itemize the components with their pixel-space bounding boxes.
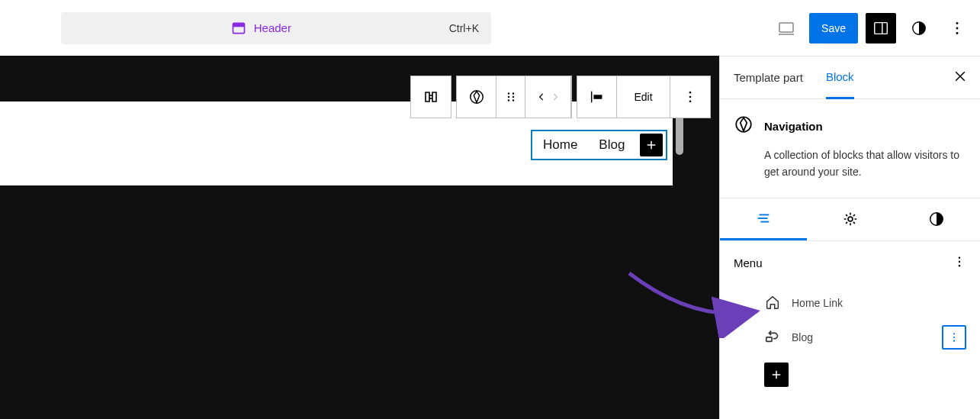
svg-point-18 [512,99,513,101]
chevron-right-icon[interactable] [550,92,561,102]
document-switcher[interactable]: Header Ctrl+K [61,12,491,44]
svg-point-40 [953,340,955,342]
styles-button[interactable] [904,13,934,44]
svg-rect-37 [766,337,772,342]
sidebar-tabs: Template part Block [720,56,980,99]
svg-rect-1 [233,23,244,27]
settings-sidebar: Template part Block Navigation A collect… [719,56,980,419]
subtab-list-view[interactable] [720,198,807,240]
block-info-panel: Navigation A collection of blocks that a… [720,99,980,198]
parent-block-button[interactable] [411,76,451,118]
svg-point-8 [956,27,959,29]
svg-point-23 [689,101,692,103]
tab-block[interactable]: Block [826,56,854,99]
svg-point-15 [507,96,509,98]
svg-rect-20 [593,95,602,99]
nav-link-blog[interactable]: Blog [588,137,635,153]
svg-point-38 [953,334,955,335]
chevron-left-icon[interactable] [536,92,547,102]
more-options-button[interactable] [942,13,972,44]
block-subtabs [720,198,980,241]
add-nav-item-button[interactable] [640,134,663,156]
svg-point-14 [512,92,513,94]
svg-point-36 [959,265,960,266]
menu-item-blog[interactable]: Blog [734,321,966,355]
navigation-block[interactable]: Home Blog [531,130,667,160]
home-icon [764,294,781,313]
menu-item-label: Home Link [792,297,843,309]
move-buttons[interactable] [525,76,571,118]
subtab-settings[interactable] [807,198,894,240]
svg-point-34 [959,256,960,258]
svg-point-32 [848,217,853,221]
menu-item-label: Blog [792,331,813,343]
menu-item-options-button[interactable] [942,325,966,350]
document-title: Header [254,21,291,34]
svg-point-21 [689,92,692,94]
close-sidebar-button[interactable] [953,69,968,87]
save-button[interactable]: Save [809,13,858,44]
header-block-icon [231,21,246,36]
svg-point-13 [507,92,509,94]
menu-item-home-link[interactable]: Home Link [734,286,966,321]
svg-point-35 [959,261,960,263]
block-type-button[interactable] [457,76,496,118]
block-title: Navigation [764,120,823,133]
nav-link-home[interactable]: Home [532,137,588,153]
block-toolbar: Edit [410,76,711,118]
top-bar: Header Ctrl+K Save [0,0,980,56]
align-button[interactable] [577,76,617,118]
svg-point-22 [689,96,692,98]
navigation-icon [734,114,753,137]
loop-icon [764,328,781,347]
tab-template-part[interactable]: Template part [734,57,803,98]
edit-button[interactable]: Edit [617,76,670,118]
editor-canvas[interactable]: Edit Home Blog [0,56,719,419]
svg-point-9 [956,31,959,34]
block-more-button[interactable] [670,76,710,118]
svg-rect-2 [779,23,793,32]
drag-handle[interactable] [496,76,525,118]
svg-point-17 [507,99,509,101]
svg-point-39 [953,337,955,338]
settings-panel-toggle[interactable] [866,13,896,44]
svg-rect-4 [875,22,888,34]
block-description: A collection of blocks that allow visito… [764,147,966,181]
menu-options-button[interactable] [953,255,966,271]
svg-point-16 [512,96,513,98]
svg-point-7 [956,22,959,24]
menu-section: Menu Home Link Blog [720,241,980,401]
menu-section-label: Menu [734,256,763,269]
subtab-styles[interactable] [893,198,980,240]
view-desktop-button[interactable] [771,13,802,44]
shortcut-hint: Ctrl+K [449,22,479,34]
add-menu-item-button[interactable] [764,363,789,387]
